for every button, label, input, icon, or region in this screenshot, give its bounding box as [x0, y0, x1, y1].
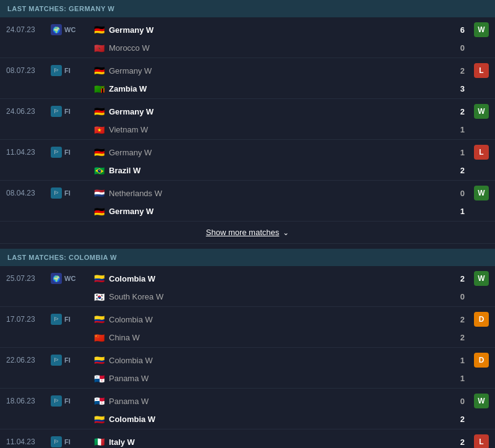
match-section: LAST MATCHES: GERMANY W24.07.23🌍WC 🇩🇪 Ge…	[0, 0, 495, 244]
match-row-team1: 17.07.23🏳FI 🇨🇴 Colombia W 2D	[0, 307, 495, 330]
team2-name: Zambia W	[109, 84, 147, 93]
show-more-text[interactable]: Show more matches	[206, 228, 280, 237]
match-group: 11.04.23🏳FI 🇮🇹 Italy W 2L 🇨🇴 Colombia W …	[0, 429, 495, 448]
match-row-team2: 🇲🇦 Morocco W 0	[0, 40, 495, 58]
team2-score: 1	[455, 374, 474, 383]
team1-name: Germany W	[109, 107, 153, 116]
team2-name: Germany W	[109, 207, 153, 216]
team2-flag: 🇩🇪	[93, 207, 105, 216]
team2-name: Brazil W	[109, 166, 140, 175]
result-badge: D	[474, 353, 489, 368]
comp-col: 🏳FI	[51, 106, 93, 117]
team1-flag: 🇩🇪	[93, 107, 105, 116]
match-row-team2: 🇰🇷 South Korea W 0	[0, 289, 495, 306]
result-badge: L	[474, 434, 489, 448]
team1-col: 🇨🇴 Colombia W	[93, 315, 455, 324]
result-badge: W	[474, 186, 489, 200]
team2-col: 🇨🇴 Colombia W	[93, 415, 455, 424]
team2-flag: 🇨🇴	[93, 415, 105, 424]
team1-col: 🇵🇦 Panama W	[93, 397, 455, 406]
team1-score: 6	[455, 25, 474, 35]
comp-col: 🏳FI	[51, 395, 93, 407]
team1-name: Colombia W	[109, 274, 155, 283]
team2-flag: 🇿🇲	[93, 85, 105, 93]
team1-flag: 🇨🇴	[93, 274, 105, 283]
comp-label: FI	[64, 67, 71, 74]
team2-flag: 🇨🇳	[93, 334, 105, 342]
team1-col: 🇩🇪 Germany W	[93, 66, 455, 75]
team1-col: 🇩🇪 Germany W	[93, 107, 455, 116]
result-badge: L	[474, 145, 489, 160]
match-row-team2: 🇨🇳 China W 2	[0, 330, 495, 347]
match-group: 08.04.23🏳FI 🇳🇱 Netherlands W 0W 🇩🇪 Germa…	[0, 181, 495, 222]
team1-score: 2	[455, 274, 474, 283]
comp-col: 🏳FI	[51, 314, 93, 325]
team1-flag: 🇵🇦	[93, 397, 105, 405]
match-row-team1: 18.06.23🏳FI 🇵🇦 Panama W 0W	[0, 389, 495, 411]
fi-icon: 🏳	[51, 436, 62, 447]
team1-score: 1	[455, 356, 474, 365]
fi-icon: 🏳	[51, 314, 62, 325]
match-date: 11.04.23	[6, 437, 51, 446]
match-section: LAST MATCHES: COLOMBIA W25.07.23🌍WC 🇨🇴 C…	[0, 249, 495, 448]
comp-label: FI	[64, 397, 71, 405]
comp-label: WC	[64, 275, 75, 282]
match-row-team1: 08.04.23🏳FI 🇳🇱 Netherlands W 0W	[0, 181, 495, 204]
comp-col: 🏳FI	[51, 65, 93, 76]
comp-label: FI	[64, 149, 71, 156]
team2-score: 1	[455, 207, 474, 216]
match-group: 25.07.23🌍WC 🇨🇴 Colombia W 2W 🇰🇷 South Ko…	[0, 266, 495, 307]
team1-col: 🇳🇱 Netherlands W	[93, 189, 455, 198]
match-group: 24.07.23🌍WC 🇩🇪 Germany W 6W 🇲🇦 Morocco W…	[0, 17, 495, 58]
result-badge: D	[474, 312, 489, 327]
team1-col: 🇩🇪 Germany W	[93, 148, 455, 157]
comp-col: 🌍WC	[51, 273, 93, 284]
comp-label: FI	[64, 438, 71, 446]
match-group: 24.06.23🏳FI 🇩🇪 Germany W 2W 🇻🇳 Vietnam W…	[0, 99, 495, 140]
show-more-button[interactable]: Show more matches ⌄	[0, 222, 495, 244]
team2-name: South Korea W	[109, 292, 163, 301]
section-header: LAST MATCHES: GERMANY W	[0, 0, 495, 17]
team1-score: 2	[455, 437, 474, 447]
match-date: 11.04.23	[6, 148, 51, 157]
result-badge: W	[474, 104, 489, 119]
comp-col: 🏳FI	[51, 436, 93, 447]
team2-score: 0	[455, 292, 474, 301]
team2-name: Morocco W	[109, 43, 150, 53]
comp-label: FI	[64, 316, 71, 323]
team1-name: Germany W	[109, 148, 152, 157]
comp-col: 🏳FI	[51, 187, 93, 199]
match-group: 18.06.23🏳FI 🇵🇦 Panama W 0W 🇨🇴 Colombia W…	[0, 389, 495, 429]
match-date: 24.07.23	[6, 25, 51, 34]
wc-icon: 🌍	[51, 24, 62, 35]
comp-col: 🌍WC	[51, 24, 93, 35]
fi-icon: 🏳	[51, 395, 62, 407]
team2-col: 🇩🇪 Germany W	[93, 207, 455, 216]
comp-label: FI	[64, 189, 71, 197]
team2-score: 2	[455, 415, 474, 424]
match-row-team2: 🇿🇲 Zambia W 3	[0, 81, 495, 98]
team1-name: Germany W	[109, 25, 153, 35]
team1-score: 2	[455, 107, 474, 116]
match-row-team1: 11.04.23🏳FI 🇩🇪 Germany W 1L	[0, 140, 495, 163]
team2-col: 🇧🇷 Brazil W	[93, 166, 455, 175]
match-row-team1: 11.04.23🏳FI 🇮🇹 Italy W 2L	[0, 429, 495, 448]
team1-flag: 🇨🇴	[93, 315, 105, 324]
team2-score: 2	[455, 333, 474, 342]
result-badge: W	[474, 22, 489, 37]
team1-flag: 🇳🇱	[93, 189, 105, 197]
team1-flag: 🇩🇪	[93, 66, 105, 75]
team2-name: China W	[109, 333, 140, 342]
match-date: 18.06.23	[6, 397, 51, 405]
match-row-team2: 🇻🇳 Vietnam W 1	[0, 122, 495, 139]
team1-score: 2	[455, 66, 474, 75]
match-group: 22.06.23🏳FI 🇨🇴 Colombia W 1D 🇵🇦 Panama W…	[0, 348, 495, 389]
team2-score: 2	[455, 166, 474, 175]
wc-icon: 🌍	[51, 273, 62, 284]
fi-icon: 🏳	[51, 355, 62, 366]
comp-label: FI	[64, 356, 71, 364]
comp-label: WC	[64, 26, 75, 33]
team2-flag: 🇧🇷	[93, 166, 105, 175]
team1-score: 0	[455, 397, 474, 406]
team1-col: 🇨🇴 Colombia W	[93, 356, 455, 365]
